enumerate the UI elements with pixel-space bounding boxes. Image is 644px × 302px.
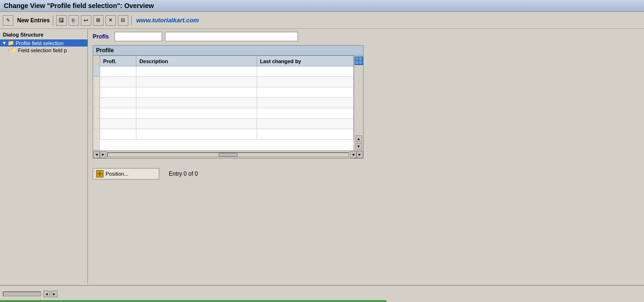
- right-panel: Profls Profile: [88, 29, 644, 283]
- tree-arrow-1: ▼: [2, 40, 7, 46]
- bottom-status-bar: ◄ ►: [0, 285, 644, 302]
- title-text: Change View "Profile field selection": O…: [4, 2, 154, 9]
- left-panel: Dialog Structure ▼ 📁 Profile field selec…: [0, 29, 88, 283]
- row-indicator: [93, 118, 99, 129]
- table-row[interactable]: [100, 87, 354, 98]
- profs-input-2[interactable]: [165, 32, 298, 41]
- row-indicator: [93, 108, 99, 118]
- separator-2: [131, 16, 132, 25]
- title-bar: Change View "Profile field selection": O…: [0, 0, 644, 12]
- h-scroll-left-btn[interactable]: ◄: [93, 151, 100, 158]
- back-icon[interactable]: ↩: [81, 15, 91, 26]
- vertical-scrollbar[interactable]: ▲ ▼: [354, 56, 363, 151]
- bottom-row: Position... Entry 0 of 0: [93, 168, 639, 179]
- tree-item-field-selection[interactable]: · 📁 Field selection field p: [0, 47, 87, 54]
- col-header-last-changed: Last changed by: [257, 56, 353, 66]
- scroll-up-btn[interactable]: ▲: [356, 135, 362, 142]
- tree-item-profile-field-selection[interactable]: ▼ 📁 Profile field selection: [0, 39, 87, 47]
- row-indicator: [93, 76, 99, 87]
- row-indicator: [93, 139, 99, 150]
- new-entries-label[interactable]: New Entries: [17, 17, 50, 24]
- h-scroll-right-btn[interactable]: ►: [100, 151, 106, 158]
- svg-rect-3: [359, 61, 362, 64]
- svg-rect-2: [355, 61, 358, 64]
- folder-icon-1: 📁: [8, 40, 14, 46]
- dialog-structure-title: Dialog Structure: [0, 31, 87, 39]
- row-indicator: [93, 87, 99, 97]
- delete-icon[interactable]: ✕: [106, 15, 116, 26]
- table-row[interactable]: [100, 77, 354, 87]
- col-header-profl: Profl.: [100, 56, 136, 66]
- main-area: Dialog Structure ▼ 📁 Profile field selec…: [0, 29, 644, 283]
- svg-rect-0: [355, 57, 358, 60]
- h-scrollbar-thumb[interactable]: [219, 153, 238, 157]
- h-scroll-end-left[interactable]: ◄: [350, 151, 356, 158]
- profs-label: Profls: [93, 33, 112, 40]
- h-scrollbar-track[interactable]: [107, 152, 349, 157]
- table-row[interactable]: [100, 98, 354, 108]
- entry-count-label: Entry 0 of 0: [169, 170, 198, 177]
- edit-icon[interactable]: ✎: [3, 15, 13, 26]
- h-scroll-end-right[interactable]: ►: [356, 151, 363, 158]
- tree-label-2: Field selection field p: [18, 47, 67, 53]
- table-row[interactable]: [100, 66, 354, 77]
- position-button[interactable]: Position...: [93, 168, 159, 179]
- row-indicators: [93, 56, 100, 151]
- save-icon[interactable]: 🖫: [56, 15, 67, 26]
- profs-input-1[interactable]: [115, 32, 162, 41]
- paste-icon[interactable]: ⊞: [93, 15, 104, 26]
- table-row[interactable]: [100, 129, 354, 140]
- toolbar: ✎ New Entries 🖫 ⎘ ↩ ⊞ ✕ ⊟ www.tutorialka…: [0, 12, 644, 29]
- profs-row: Profls: [93, 32, 639, 41]
- bottom-scroll-track[interactable]: [3, 292, 41, 296]
- tree-label-1: Profile field selection: [16, 40, 64, 46]
- nav-left-btn[interactable]: ◄: [43, 291, 50, 297]
- position-button-label: Position...: [106, 171, 128, 177]
- profile-container: Profile: [93, 45, 364, 159]
- copy-icon[interactable]: ⎘: [68, 15, 79, 26]
- table-area: Profl. Description Last changed by: [100, 56, 354, 151]
- profile-section-header: Profile: [93, 46, 363, 56]
- watermark-text: www.tutorialkart.com: [136, 17, 199, 24]
- tree-arrow-2: ·: [8, 47, 9, 53]
- horizontal-scroll-area[interactable]: ◄ ► ◄ ►: [93, 151, 363, 158]
- row-indicator: [93, 97, 99, 108]
- green-progress-bar: [0, 300, 644, 302]
- scroll-down-btn[interactable]: ▼: [356, 143, 362, 150]
- svg-rect-1: [359, 57, 362, 60]
- separator-1: [53, 16, 53, 25]
- table-row[interactable]: [100, 119, 354, 129]
- folder-icon-2: 📁: [10, 47, 17, 53]
- table-row[interactable]: [100, 108, 354, 119]
- position-icon: [96, 170, 104, 178]
- profile-table: Profl. Description Last changed by: [100, 56, 354, 140]
- grid-icon[interactable]: [355, 57, 363, 65]
- col-header-description: Description: [136, 56, 257, 66]
- row-indicator: [93, 129, 99, 139]
- nav-right-btn[interactable]: ►: [51, 291, 58, 297]
- print-icon[interactable]: ⊟: [118, 15, 128, 26]
